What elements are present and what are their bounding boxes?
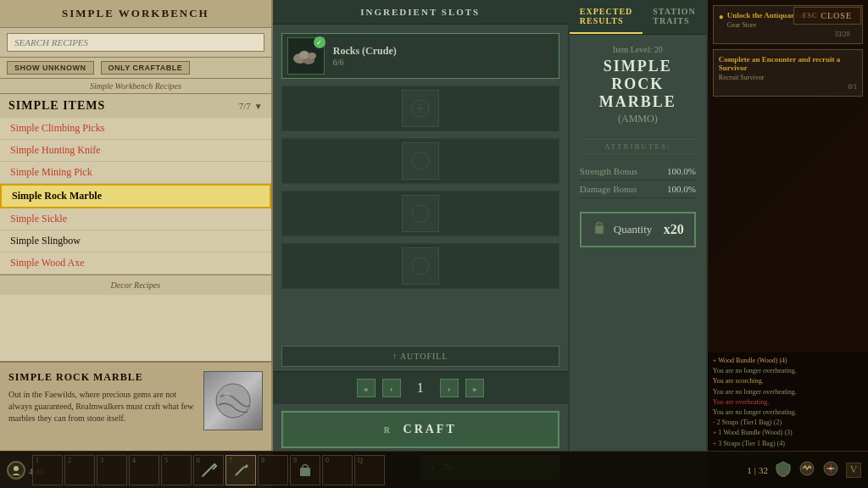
- hotbar-slot-1[interactable]: 1: [32, 455, 63, 485]
- item-info-name: SIMPLE ROCK MARBLE: [8, 371, 195, 384]
- ingredient-slot-3: [281, 138, 559, 184]
- chat-line: You are no longer overheating.: [713, 366, 863, 375]
- hotbar-slot-9[interactable]: 9: [290, 455, 320, 485]
- empty-slot-svg: [408, 201, 433, 226]
- craft-label: CRAFT: [403, 423, 457, 435]
- qty-first-button[interactable]: «: [357, 379, 376, 397]
- marble-svg: [212, 380, 254, 422]
- chat-line: + Wood Bundle (Wood) (4): [713, 356, 863, 365]
- ingredient-title: INGREDIENT SLOTS: [273, 0, 568, 25]
- search-input[interactable]: [7, 33, 264, 52]
- show-unknown-button[interactable]: SHOW UNKNOWN: [7, 61, 94, 75]
- only-craftable-button[interactable]: ONLY CRAFTABLE: [101, 61, 191, 75]
- health-svg: [798, 460, 815, 477]
- craft-key-label: R: [384, 425, 392, 435]
- slot-ingredient-name: Rocks (Crude): [333, 45, 554, 58]
- autofill-button[interactable]: ↑ AUTOFILL: [281, 346, 559, 367]
- list-item[interactable]: Simple Mining Pick: [0, 162, 271, 184]
- close-label: CLOSE: [821, 11, 852, 20]
- list-item[interactable]: Simple Slingbow: [0, 230, 271, 252]
- right-hud: 1 | 32 V: [747, 460, 861, 480]
- qty-last-button[interactable]: »: [465, 379, 484, 397]
- v-key-icon: V: [846, 463, 861, 478]
- svg-point-5: [308, 53, 316, 59]
- list-item[interactable]: Simple Sickle: [0, 208, 271, 230]
- quantity-icon: [592, 220, 607, 239]
- chevron-down-icon: ▼: [254, 102, 263, 111]
- empty-slot-icon: [402, 90, 439, 127]
- health-icon: [798, 460, 815, 480]
- ingredient-slot-5: [281, 243, 559, 289]
- middle-panel: INGREDIENT SLOTS ✓ Rocks: [273, 0, 570, 488]
- category-title: SIMPLE ITEMS: [8, 99, 105, 113]
- axe-icon: [231, 461, 250, 480]
- sword-icon: |: [754, 465, 756, 475]
- bag-hotbar-icon: [296, 461, 314, 480]
- tab-expected-results[interactable]: EXPECTED RESULTS: [570, 0, 643, 34]
- chat-line: You are no longer overheating.: [713, 387, 863, 396]
- hotbar: 1 2 3 4 5 6 7 8 9 0 Q: [32, 455, 385, 485]
- attr-damage-value: 100.0%: [667, 184, 696, 194]
- chat-line: + 1 Wood Bundle (Wood) (3): [713, 428, 863, 437]
- tab-station-traits[interactable]: STATION TRAITS: [643, 0, 706, 34]
- ingredient-slot-1: ✓ Rocks (Crude) 6/6: [281, 33, 559, 79]
- svg-point-1: [224, 392, 231, 397]
- player-level: [7, 461, 25, 480]
- svg-rect-12: [300, 468, 310, 476]
- hotbar-slot-7[interactable]: 7: [225, 455, 256, 485]
- qty-prev-button[interactable]: ‹: [382, 379, 401, 397]
- hotbar-slot-5[interactable]: 5: [161, 455, 192, 485]
- hotbar-slot-q[interactable]: Q: [354, 455, 385, 485]
- item-info-desc: Out in the Faewilds, where precious gems…: [8, 389, 195, 424]
- svg-point-11: [14, 466, 19, 471]
- shield-icon: [775, 460, 792, 480]
- quest-subtitle-2: Recruit Survivor: [719, 74, 857, 81]
- left-panel: SIMPLE WORKBENCH SHOW UNKNOWN ONLY CRAFT…: [0, 0, 273, 488]
- compass-svg: [822, 460, 839, 477]
- svg-point-9: [412, 258, 429, 274]
- qty-display: 1: [408, 380, 433, 396]
- resource-1-value: 1: [747, 465, 752, 475]
- decor-label: Decor Recipes: [0, 274, 271, 295]
- recipe-list: Simple Climbing Picks Simple Hunting Kni…: [0, 118, 271, 361]
- list-item[interactable]: Simple Climbing Picks: [0, 118, 271, 140]
- chat-line: + 3 Straps (Tier 1 Bag) (4): [713, 439, 863, 448]
- main-container: SIMPLE WORKBENCH SHOW UNKNOWN ONLY CRAFT…: [0, 0, 868, 488]
- craft-button[interactable]: R CRAFT: [281, 411, 559, 448]
- quantity-result-row: Quantity x20: [580, 212, 696, 247]
- category-header: SIMPLE ITEMS 7/7 ▼: [0, 94, 271, 118]
- ingredient-slots: ✓ Rocks (Crude) 6/6: [273, 25, 568, 341]
- hotbar-slot-2[interactable]: 2: [64, 455, 95, 485]
- quest-panel: ● Unlock the Antiquarian Site of Bower G…: [708, 0, 868, 352]
- ingredient-slot-2: [281, 86, 559, 131]
- result-type: (AMMO): [580, 113, 696, 125]
- list-item[interactable]: Simple Wood Axe: [0, 252, 271, 274]
- resource-2-value: 32: [759, 465, 768, 475]
- list-item[interactable]: Simple Hunting Knife: [0, 140, 271, 162]
- hotbar-slot-8[interactable]: 8: [258, 455, 288, 485]
- results-tabs: EXPECTED RESULTS STATION TRAITS: [570, 0, 706, 35]
- svg-rect-10: [595, 225, 604, 234]
- attr-strength-name: Strength Bonus: [580, 166, 637, 176]
- hotbar-slot-4[interactable]: 4: [129, 455, 159, 485]
- notifications-panel: ● Unlock the Antiquarian Site of Bower G…: [708, 0, 868, 488]
- quest-title-2: Complete an Encounter and recruit a Surv…: [719, 55, 857, 72]
- quest-progress-2: 0/1: [719, 83, 857, 91]
- hotbar-slot-3[interactable]: 3: [97, 455, 127, 485]
- shield-svg: [775, 460, 792, 477]
- empty-slot-icon: [402, 247, 439, 285]
- quest-item-2: Complete an Encounter and recruit a Surv…: [713, 49, 863, 97]
- qty-next-button[interactable]: ›: [440, 379, 459, 397]
- close-button[interactable]: ESC CLOSE: [793, 7, 861, 25]
- attr-damage-name: Damage Bonus: [580, 184, 637, 194]
- quest-progress-1: 33/20: [727, 30, 850, 38]
- results-content: Item Level: 20 SIMPLE ROCK MARBLE (AMMO)…: [570, 35, 706, 488]
- hotbar-slot-6[interactable]: 6: [193, 455, 224, 485]
- attribute-row-strength: Strength Bonus 100.0%: [580, 163, 696, 180]
- list-item-selected[interactable]: Simple Rock Marble: [0, 184, 271, 208]
- hotbar-slot-0[interactable]: 0: [322, 455, 353, 485]
- bag-icon: [592, 220, 607, 236]
- quantity-value: x20: [664, 222, 684, 237]
- slot-icon-rocks: ✓: [287, 37, 325, 75]
- recipes-sublabel: Simple Workbench Recipes: [0, 79, 271, 94]
